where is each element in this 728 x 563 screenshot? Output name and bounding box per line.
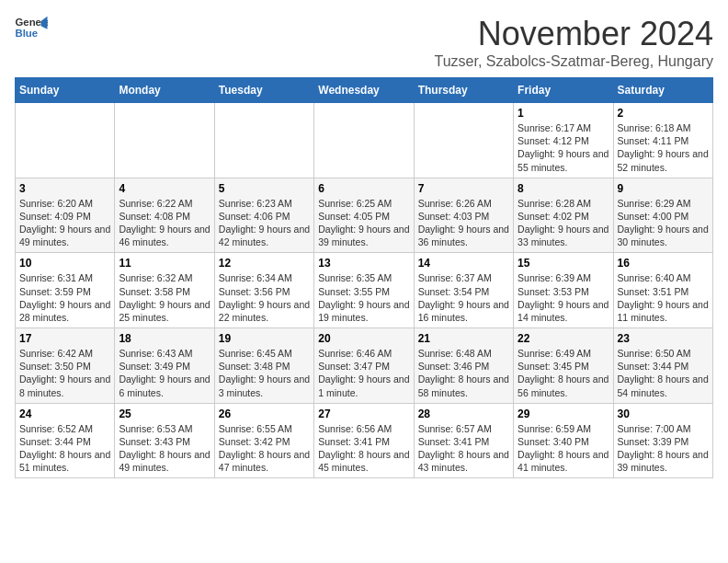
day-info: Sunrise: 6:53 AM Sunset: 3:43 PM Dayligh… xyxy=(119,422,210,475)
week-row-0: 1Sunrise: 6:17 AM Sunset: 4:12 PM Daylig… xyxy=(16,103,713,178)
day-info: Sunrise: 7:00 AM Sunset: 3:39 PM Dayligh… xyxy=(618,422,709,475)
day-cell: 30Sunrise: 7:00 AM Sunset: 3:39 PM Dayli… xyxy=(613,403,712,478)
day-cell: 3Sunrise: 6:20 AM Sunset: 4:09 PM Daylig… xyxy=(16,178,115,253)
day-cell: 26Sunrise: 6:55 AM Sunset: 3:42 PM Dayli… xyxy=(214,403,313,478)
day-number: 17 xyxy=(19,332,110,345)
day-info: Sunrise: 6:31 AM Sunset: 3:59 PM Dayligh… xyxy=(19,271,110,324)
day-number: 27 xyxy=(318,408,409,420)
day-info: Sunrise: 6:59 AM Sunset: 3:40 PM Dayligh… xyxy=(518,422,609,475)
day-info: Sunrise: 6:56 AM Sunset: 3:41 PM Dayligh… xyxy=(318,422,409,475)
day-info: Sunrise: 6:45 AM Sunset: 3:48 PM Dayligh… xyxy=(219,347,310,399)
day-info: Sunrise: 6:42 AM Sunset: 3:50 PM Dayligh… xyxy=(19,347,110,399)
day-info: Sunrise: 6:28 AM Sunset: 4:02 PM Dayligh… xyxy=(518,197,609,249)
day-number: 21 xyxy=(418,332,509,345)
day-info: Sunrise: 6:49 AM Sunset: 3:45 PM Dayligh… xyxy=(518,347,609,399)
day-number: 14 xyxy=(418,257,509,270)
svg-text:Blue: Blue xyxy=(16,28,39,39)
day-info: Sunrise: 6:29 AM Sunset: 4:00 PM Dayligh… xyxy=(618,197,709,249)
day-cell: 19Sunrise: 6:45 AM Sunset: 3:48 PM Dayli… xyxy=(214,328,313,404)
day-number: 1 xyxy=(518,107,609,120)
day-number: 22 xyxy=(518,332,609,345)
day-number: 2 xyxy=(618,107,709,120)
day-info: Sunrise: 6:22 AM Sunset: 4:08 PM Dayligh… xyxy=(119,197,210,249)
day-cell: 5Sunrise: 6:23 AM Sunset: 4:06 PM Daylig… xyxy=(214,178,313,253)
logo-icon: General Blue xyxy=(15,15,48,40)
day-info: Sunrise: 6:43 AM Sunset: 3:49 PM Dayligh… xyxy=(119,347,210,399)
day-info: Sunrise: 6:26 AM Sunset: 4:03 PM Dayligh… xyxy=(418,197,509,249)
day-cell xyxy=(214,103,313,178)
week-row-4: 24Sunrise: 6:52 AM Sunset: 3:44 PM Dayli… xyxy=(16,403,713,478)
day-cell: 15Sunrise: 6:39 AM Sunset: 3:53 PM Dayli… xyxy=(514,253,613,328)
header-sunday: Sunday xyxy=(16,78,115,103)
day-cell: 18Sunrise: 6:43 AM Sunset: 3:49 PM Dayli… xyxy=(115,328,214,404)
day-number: 10 xyxy=(19,257,110,270)
day-number: 9 xyxy=(618,182,709,195)
location-title: Tuzser, Szabolcs-Szatmar-Bereg, Hungary xyxy=(434,53,713,70)
day-cell: 6Sunrise: 6:25 AM Sunset: 4:05 PM Daylig… xyxy=(314,178,414,253)
day-cell xyxy=(414,103,513,178)
day-cell: 9Sunrise: 6:29 AM Sunset: 4:00 PM Daylig… xyxy=(613,178,712,253)
day-info: Sunrise: 6:46 AM Sunset: 3:47 PM Dayligh… xyxy=(318,347,409,399)
day-number: 25 xyxy=(119,408,210,420)
day-number: 20 xyxy=(318,332,409,345)
day-info: Sunrise: 6:50 AM Sunset: 3:44 PM Dayligh… xyxy=(618,347,709,399)
header-wednesday: Wednesday xyxy=(314,78,414,103)
day-info: Sunrise: 6:17 AM Sunset: 4:12 PM Dayligh… xyxy=(518,121,609,174)
day-cell: 20Sunrise: 6:46 AM Sunset: 3:47 PM Dayli… xyxy=(314,328,414,404)
day-number: 24 xyxy=(19,408,110,420)
day-cell: 27Sunrise: 6:56 AM Sunset: 3:41 PM Dayli… xyxy=(314,403,414,478)
day-cell: 2Sunrise: 6:18 AM Sunset: 4:11 PM Daylig… xyxy=(613,103,712,178)
day-number: 18 xyxy=(119,332,210,345)
calendar-table: SundayMondayTuesdayWednesdayThursdayFrid… xyxy=(15,77,713,478)
day-info: Sunrise: 6:39 AM Sunset: 3:53 PM Dayligh… xyxy=(518,271,609,324)
day-info: Sunrise: 6:55 AM Sunset: 3:42 PM Dayligh… xyxy=(219,422,310,475)
day-info: Sunrise: 6:23 AM Sunset: 4:06 PM Dayligh… xyxy=(219,197,310,249)
day-cell: 1Sunrise: 6:17 AM Sunset: 4:12 PM Daylig… xyxy=(514,103,613,178)
header-thursday: Thursday xyxy=(414,78,513,103)
header-saturday: Saturday xyxy=(613,78,712,103)
day-cell: 4Sunrise: 6:22 AM Sunset: 4:08 PM Daylig… xyxy=(115,178,214,253)
day-number: 3 xyxy=(19,182,110,195)
day-info: Sunrise: 6:48 AM Sunset: 3:46 PM Dayligh… xyxy=(418,347,509,399)
day-number: 8 xyxy=(518,182,609,195)
day-number: 12 xyxy=(219,257,310,270)
day-number: 23 xyxy=(618,332,709,345)
day-cell: 24Sunrise: 6:52 AM Sunset: 3:44 PM Dayli… xyxy=(16,403,115,478)
header-monday: Monday xyxy=(115,78,214,103)
day-info: Sunrise: 6:57 AM Sunset: 3:41 PM Dayligh… xyxy=(418,422,509,475)
calendar-header-row: SundayMondayTuesdayWednesdayThursdayFrid… xyxy=(16,78,713,103)
header-friday: Friday xyxy=(514,78,613,103)
day-info: Sunrise: 6:35 AM Sunset: 3:55 PM Dayligh… xyxy=(318,271,409,324)
day-cell xyxy=(115,103,214,178)
day-number: 5 xyxy=(219,182,310,195)
day-number: 28 xyxy=(418,408,509,420)
day-cell: 13Sunrise: 6:35 AM Sunset: 3:55 PM Dayli… xyxy=(314,253,414,328)
logo: General Blue xyxy=(15,15,48,40)
day-cell: 11Sunrise: 6:32 AM Sunset: 3:58 PM Dayli… xyxy=(115,253,214,328)
week-row-1: 3Sunrise: 6:20 AM Sunset: 4:09 PM Daylig… xyxy=(16,178,713,253)
page-header: General Blue November 2024 Tuzser, Szabo… xyxy=(15,15,713,70)
day-cell: 7Sunrise: 6:26 AM Sunset: 4:03 PM Daylig… xyxy=(414,178,513,253)
day-number: 30 xyxy=(618,408,709,420)
day-info: Sunrise: 6:37 AM Sunset: 3:54 PM Dayligh… xyxy=(418,271,509,324)
day-cell xyxy=(16,103,115,178)
day-cell: 17Sunrise: 6:42 AM Sunset: 3:50 PM Dayli… xyxy=(16,328,115,404)
day-number: 19 xyxy=(219,332,310,345)
day-number: 29 xyxy=(518,408,609,420)
day-number: 15 xyxy=(518,257,609,270)
day-cell: 23Sunrise: 6:50 AM Sunset: 3:44 PM Dayli… xyxy=(613,328,712,404)
day-number: 26 xyxy=(219,408,310,420)
day-info: Sunrise: 6:32 AM Sunset: 3:58 PM Dayligh… xyxy=(119,271,210,324)
day-cell: 29Sunrise: 6:59 AM Sunset: 3:40 PM Dayli… xyxy=(514,403,613,478)
month-title: November 2024 xyxy=(434,15,713,53)
day-cell: 25Sunrise: 6:53 AM Sunset: 3:43 PM Dayli… xyxy=(115,403,214,478)
day-cell: 16Sunrise: 6:40 AM Sunset: 3:51 PM Dayli… xyxy=(613,253,712,328)
week-row-3: 17Sunrise: 6:42 AM Sunset: 3:50 PM Dayli… xyxy=(16,328,713,404)
day-info: Sunrise: 6:25 AM Sunset: 4:05 PM Dayligh… xyxy=(318,197,409,249)
header-tuesday: Tuesday xyxy=(214,78,313,103)
day-info: Sunrise: 6:18 AM Sunset: 4:11 PM Dayligh… xyxy=(618,121,709,174)
week-row-2: 10Sunrise: 6:31 AM Sunset: 3:59 PM Dayli… xyxy=(16,253,713,328)
day-number: 13 xyxy=(318,257,409,270)
title-section: November 2024 Tuzser, Szabolcs-Szatmar-B… xyxy=(434,15,713,70)
day-info: Sunrise: 6:40 AM Sunset: 3:51 PM Dayligh… xyxy=(618,271,709,324)
